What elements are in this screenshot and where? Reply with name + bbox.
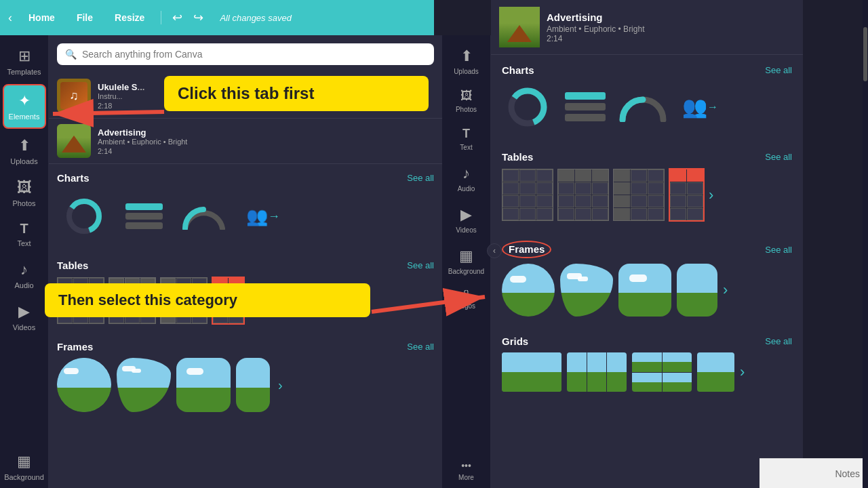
audio-item-advertising[interactable]: Advertising Ambient • Euphoric • Bright …	[49, 119, 442, 164]
rp-grids-row: ›	[491, 352, 803, 401]
rs-photos[interactable]: 🖼 Photos	[442, 82, 491, 120]
rp-frame-1[interactable]	[502, 264, 555, 317]
sidebar-item-background[interactable]: ▦ Background	[0, 446, 49, 488]
rp-frames-see-all[interactable]: See all	[765, 245, 792, 255]
topbar: ‹ Home File Resize ↩ ↪ All changes saved	[0, 0, 434, 35]
rp-grids-see-all[interactable]: See all	[765, 336, 792, 346]
rp-table-item-4[interactable]	[669, 168, 705, 222]
charts-row: 👥 →	[49, 189, 442, 251]
sidebar-label-audio: Audio	[14, 281, 33, 289]
rp-grid-2[interactable]	[567, 352, 627, 392]
chart-halfdonut-item[interactable]	[176, 189, 231, 243]
rp-frames-row: ›	[491, 264, 803, 326]
chart-arc-item[interactable]	[57, 189, 111, 243]
rs-photos-icon: 🖼	[460, 89, 473, 103]
photos-icon: 🖼	[17, 179, 32, 197]
rp-frame-3[interactable]	[618, 264, 671, 317]
rp-grids-next[interactable]: ›	[740, 363, 745, 381]
rp-tables-section: Tables See all	[491, 142, 803, 231]
audio-title-advertising: Advertising	[98, 127, 434, 138]
rp-table-item-1[interactable]	[502, 169, 553, 221]
frame-rounded-1[interactable]	[176, 358, 231, 412]
sidebar-label-text: Text	[17, 239, 31, 247]
rp-charts-section: Charts See all	[491, 55, 803, 142]
right-sidebar: ⬆ Uploads 🖼 Photos T Text ♪ Audio ▶ Vide…	[442, 35, 491, 488]
sidebar-label-templates: Templates	[7, 68, 41, 76]
videos-icon: ▶	[18, 303, 30, 321]
charts-see-all[interactable]: See all	[407, 173, 434, 183]
frames-see-all[interactable]: See all	[407, 342, 434, 352]
rp-chart-donut[interactable]	[502, 81, 553, 132]
annotation-click-tab: Click this tab first	[164, 76, 429, 111]
rs-background[interactable]: ▦ Background	[442, 241, 491, 282]
rp-grids-section: Grids See all	[491, 326, 803, 401]
rp-frames-next[interactable]: ›	[723, 281, 728, 299]
redo-button[interactable]: ↪	[193, 10, 203, 25]
frames-next-arrow[interactable]: ›	[275, 378, 285, 393]
rs-videos[interactable]: ▶ Videos	[442, 199, 491, 241]
sidebar-item-text[interactable]: T Text	[0, 214, 49, 254]
rs-more[interactable]: ••• More	[442, 453, 491, 488]
rp-table-item-3[interactable]	[613, 169, 665, 221]
rp-chart-halfdonut[interactable]	[617, 81, 668, 132]
rp-grid-1[interactable]	[502, 352, 561, 392]
rs-text[interactable]: T Text	[442, 120, 491, 158]
rp-grid-4[interactable]	[697, 352, 734, 392]
rp-charts-header: Charts See all	[491, 55, 803, 81]
frames-header: Frames See all	[49, 333, 442, 358]
rp-grid-3[interactable]	[632, 352, 692, 392]
rp-frames-title: Frames	[509, 243, 545, 255]
search-icon: 🔍	[65, 49, 77, 60]
rp-chart-people[interactable]: 👥→	[675, 81, 726, 132]
rp-frame-4[interactable]	[677, 264, 717, 317]
rp-audio-item[interactable]: Advertising Ambient • Euphoric • Bright …	[491, 0, 803, 55]
sidebar-item-uploads[interactable]: ⬆ Uploads	[0, 130, 49, 172]
back-button[interactable]: ‹	[8, 11, 12, 25]
sidebar-item-videos[interactable]: ▶ Videos	[0, 296, 49, 338]
rs-text-icon: T	[462, 127, 470, 141]
annotation-select-category: Then select this category	[45, 283, 370, 317]
audio-thumb-advertising	[57, 124, 91, 158]
rp-frames-header: Frames See all	[491, 231, 803, 264]
right-scrollbar-thumb[interactable]	[863, 27, 867, 81]
divider	[161, 11, 161, 24]
frame-partial[interactable]	[236, 358, 270, 412]
sidebar-item-photos[interactable]: 🖼 Photos	[0, 172, 49, 214]
search-bar: 🔍	[57, 43, 434, 65]
sidebar-label-background: Background	[4, 473, 44, 481]
collapse-button[interactable]: ‹	[487, 243, 502, 258]
rs-videos-icon: ▶	[460, 206, 472, 224]
rs-more-icon: •••	[461, 460, 471, 471]
home-button[interactable]: Home	[23, 9, 60, 26]
rs-logos[interactable]: {} Logos	[442, 282, 491, 317]
sidebar-label-photos: Photos	[12, 199, 35, 207]
frame-circle-1[interactable]	[57, 358, 111, 412]
rp-table-item-2[interactable]	[557, 169, 609, 221]
notes-area[interactable]: Notes	[760, 458, 868, 488]
rp-frames-section: Frames See all	[491, 231, 803, 326]
rs-audio[interactable]: ♪ Audio	[442, 158, 491, 199]
file-button[interactable]: File	[71, 9, 98, 26]
rp-frame-2[interactable]	[560, 264, 613, 317]
rp-audio-thumb	[499, 7, 540, 47]
sidebar-item-elements[interactable]: ✦ Elements	[3, 84, 46, 129]
sidebar-item-templates[interactable]: ⊞ Templates	[0, 41, 49, 83]
elements-icon: ✦	[18, 92, 31, 110]
charts-title: Charts	[57, 172, 90, 184]
tables-see-all[interactable]: See all	[407, 260, 434, 270]
rp-tables-see-all[interactable]: See all	[765, 152, 792, 162]
chart-bar-item[interactable]	[117, 189, 171, 243]
chart-people-item[interactable]: 👥 →	[236, 189, 290, 243]
undo-button[interactable]: ↩	[172, 10, 182, 25]
rp-charts-see-all[interactable]: See all	[765, 65, 792, 75]
search-input[interactable]	[82, 49, 426, 60]
rp-grids-header: Grids See all	[491, 326, 803, 352]
rp-tables-next[interactable]: ›	[709, 186, 713, 204]
frame-circle-2[interactable]	[117, 358, 171, 412]
charts-header: Charts See all	[49, 164, 442, 189]
resize-button[interactable]: Resize	[109, 9, 150, 26]
rs-uploads[interactable]: ⬆ Uploads	[442, 41, 491, 82]
right-scrollbar	[863, 0, 868, 488]
sidebar-item-audio[interactable]: ♪ Audio	[0, 254, 49, 296]
rp-chart-bar[interactable]	[559, 81, 610, 132]
